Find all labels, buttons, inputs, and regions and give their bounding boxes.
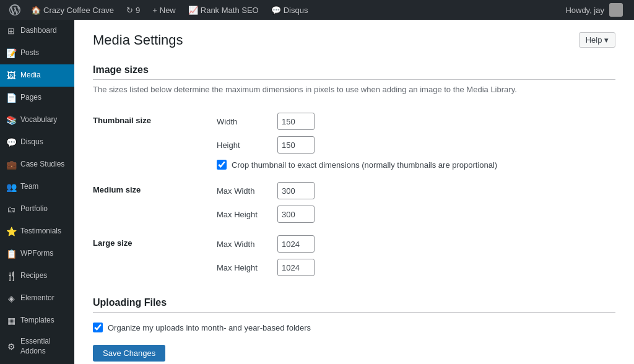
main-content: Media Settings Help ▾ Image sizes The si… [74, 20, 634, 364]
medium-height-row: Max Height [217, 206, 615, 223]
large-row: Large size Max Width Max Height [93, 229, 615, 282]
sidebar-item-wpforms[interactable]: 📋 WPForms [0, 243, 74, 265]
elementor-label: Elementor [20, 293, 54, 303]
uploading-files-title: Uploading Files [93, 297, 615, 313]
pages-icon: 📄 [6, 93, 16, 103]
thumbnail-fields: Width Height Crop thumbnail to exact dim… [217, 106, 615, 176]
uploading-section: Organize my uploads into month- and year… [93, 323, 615, 362]
sidebar-item-team[interactable]: 👥 Team [0, 176, 74, 198]
thumbnail-crop-row: Crop thumbnail to exact dimensions (norm… [217, 160, 615, 170]
adminbar-new[interactable]: + New [146, 0, 182, 20]
templates-label: Templates [20, 316, 54, 326]
adminbar-rankmath[interactable]: 📈 Rank Math SEO [182, 0, 265, 20]
medium-fields: Max Width Max Height [217, 176, 615, 229]
thumbnail-height-input[interactable] [277, 136, 315, 154]
portfolio-label: Portfolio [20, 204, 48, 214]
portfolio-icon: 🗂 [6, 204, 16, 214]
case-studies-label: Case Studies [20, 160, 64, 170]
thumbnail-row: Thumbnail size Width Height Crop thum [93, 106, 615, 176]
help-button[interactable]: Help ▾ [579, 32, 615, 48]
large-max-width-label: Max Width [217, 240, 272, 249]
sidebar-item-elementor[interactable]: ◈ Elementor [0, 287, 74, 310]
adminbar-right: Howdy, jay [559, 0, 629, 20]
admin-bar: 🏠 Crazy Coffee Crave ↻ 9 + New 📈 Rank Ma… [0, 0, 634, 20]
page-header: Media Settings Help ▾ [93, 32, 615, 54]
image-sizes-title: Image sizes [93, 64, 615, 80]
wp-wrap: ⊞ Dashboard 📝 Posts 🖼 Media 📄 Pages 📚 Vo… [0, 20, 634, 364]
sidebar-item-dashboard[interactable]: ⊞ Dashboard [0, 20, 74, 42]
sidebar-item-pages[interactable]: 📄 Pages [0, 87, 74, 109]
thumbnail-width-input[interactable] [277, 113, 315, 130]
medium-max-height-label: Max Height [217, 210, 272, 219]
admin-sidebar: ⊞ Dashboard 📝 Posts 🖼 Media 📄 Pages 📚 Vo… [0, 20, 74, 364]
site-name-label: Crazy Coffee Crave [43, 6, 114, 15]
new-icon: + [152, 6, 157, 15]
thumbnail-width-row: Width [217, 113, 615, 130]
medium-max-width-label: Max Width [217, 186, 272, 196]
sidebar-item-recipes[interactable]: 🍴 Recipes [0, 265, 74, 287]
disqus-menu-icon: 💬 [6, 137, 16, 147]
save-changes-button[interactable]: Save Changes [93, 345, 165, 362]
rankmath-icon: 📈 [188, 6, 198, 15]
wpforms-label: WPForms [20, 249, 53, 259]
medium-max-height-input[interactable] [277, 206, 315, 223]
large-width-row: Max Width [217, 235, 615, 253]
sidebar-item-templates[interactable]: ▦ Templates [0, 310, 74, 332]
adminbar-updates[interactable]: ↻ 9 [120, 0, 146, 20]
thumbnail-height-label: Height [217, 141, 272, 150]
medium-row: Medium size Max Width Max Height [93, 176, 615, 229]
wpforms-icon: 📋 [6, 249, 16, 259]
large-max-height-input[interactable] [277, 259, 315, 276]
sidebar-item-media[interactable]: 🖼 Media [0, 64, 74, 87]
thumbnail-crop-checkbox[interactable] [217, 160, 227, 170]
pages-label: Pages [20, 93, 41, 103]
recipes-icon: 🍴 [6, 271, 16, 281]
large-max-height-label: Max Height [217, 263, 272, 272]
disqus-menu-label: Disqus [20, 137, 43, 147]
sidebar-item-disqus[interactable]: 💬 Disqus [0, 131, 74, 154]
medium-width-row: Max Width [217, 182, 615, 199]
essential-addons-label: Essential Addons [20, 337, 68, 356]
howdy-text: Howdy, jay [565, 6, 604, 15]
large-max-width-input[interactable] [277, 235, 315, 253]
sidebar-item-posts[interactable]: 📝 Posts [0, 42, 74, 64]
updates-count: 9 [136, 6, 140, 15]
case-studies-icon: 💼 [6, 160, 16, 170]
large-label: Large size [93, 229, 217, 282]
team-icon: 👥 [6, 182, 16, 192]
sidebar-item-vocabulary[interactable]: 📚 Vocabulary [0, 109, 74, 131]
thumbnail-width-label: Width [217, 117, 272, 126]
sidebar-item-portfolio[interactable]: 🗂 Portfolio [0, 198, 74, 220]
thumbnail-label: Thumbnail size [93, 106, 217, 176]
sidebar-item-case-studies[interactable]: 💼 Case Studies [0, 154, 74, 176]
settings-wrap: Media Settings Help ▾ Image sizes The si… [74, 20, 634, 364]
sidebar-item-appearance[interactable]: 🎨 Appearance [0, 361, 74, 364]
adminbar-disqus[interactable]: 💬 Disqus [265, 0, 315, 20]
thumbnail-height-row: Height [217, 136, 615, 154]
new-label: New [160, 6, 176, 15]
sidebar-item-essential-addons[interactable]: ⚙ Essential Addons [0, 332, 74, 361]
user-avatar [609, 3, 623, 17]
vocabulary-icon: 📚 [6, 115, 16, 125]
organize-uploads-checkbox[interactable] [93, 323, 103, 332]
disqus-label: Disqus [284, 6, 308, 15]
medium-max-width-input[interactable] [277, 182, 315, 199]
updates-icon: ↻ [126, 6, 133, 15]
dashboard-icon: ⊞ [6, 26, 16, 36]
image-sizes-description: The sizes listed below determine the max… [93, 85, 615, 94]
adminbar-site[interactable]: 🏠 Crazy Coffee Crave [25, 0, 120, 20]
howdy-menu[interactable]: Howdy, jay [559, 0, 629, 20]
wp-logo-icon[interactable] [5, 0, 25, 20]
organize-uploads-label: Organize my uploads into month- and year… [108, 323, 311, 332]
posts-icon: 📝 [6, 48, 16, 58]
page-title: Media Settings [93, 32, 183, 48]
image-sizes-table: Thumbnail size Width Height Crop thum [93, 106, 615, 282]
sidebar-item-testimonials[interactable]: ⭐ Testimonials [0, 220, 74, 243]
recipes-label: Recipes [20, 271, 47, 281]
organize-uploads-row: Organize my uploads into month- and year… [93, 323, 615, 332]
dashboard-label: Dashboard [20, 26, 57, 36]
templates-icon: ▦ [6, 316, 16, 326]
elementor-icon: ◈ [6, 293, 16, 303]
media-icon: 🖼 [6, 71, 16, 80]
rankmath-label: Rank Math SEO [201, 6, 259, 15]
